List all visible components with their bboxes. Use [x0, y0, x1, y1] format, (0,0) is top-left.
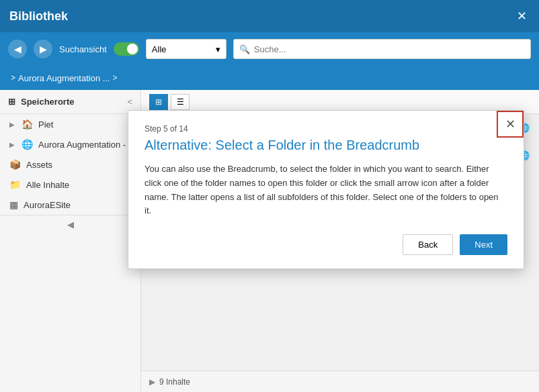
main-window: Bibliothek ✕ ◀ ▶ Suchansicht Alle ▾ 🔍 > … [0, 0, 539, 392]
tutorial-dialog: ✕ Step 5 of 14 Alternative: Select a Fol… [128, 110, 524, 269]
dropdown-value: Alle [152, 44, 167, 54]
body-area: ⊞ Speicherorte < ▶ 🏠 Piet ▶ 🌐 Aurora Aug… [0, 90, 539, 392]
dialog-overlay: ✕ Step 5 of 14 Alternative: Select a Fol… [0, 90, 539, 392]
dialog-step-label: Step 5 of 14 [144, 124, 507, 134]
breadcrumb-separator-1: > [11, 73, 15, 83]
dialog-body: You can also use the Breadcrumb, to sele… [144, 162, 507, 218]
search-view-toggle[interactable] [114, 42, 139, 56]
search-icon: 🔍 [239, 44, 250, 54]
chevron-down-icon: ▾ [216, 44, 220, 54]
dialog-close-button[interactable]: ✕ [497, 111, 524, 138]
filter-dropdown[interactable]: Alle ▾ [146, 39, 226, 59]
titlebar: Bibliothek ✕ [0, 0, 539, 32]
window-title: Bibliothek [9, 9, 68, 23]
breadcrumb-separator-2: > [113, 73, 118, 83]
back-button[interactable]: Back [403, 234, 453, 255]
search-input[interactable] [254, 44, 525, 54]
window-close-button[interactable]: ✕ [513, 8, 530, 24]
breadcrumb-bar: > Aurora Augmentation ... > [0, 66, 539, 90]
breadcrumb-item-aurora[interactable]: Aurora Augmentation ... [18, 73, 110, 83]
search-view-label: Suchansicht [59, 44, 107, 54]
dialog-footer: Back Next [144, 234, 507, 255]
search-box: 🔍 [233, 39, 531, 59]
dialog-title: Alternative: Select a Folder in the Brea… [144, 138, 507, 153]
next-button[interactable]: Next [460, 234, 507, 255]
toolbar: ◀ ▶ Suchansicht Alle ▾ 🔍 [0, 32, 539, 66]
back-button[interactable]: ◀ [8, 40, 27, 58]
forward-button[interactable]: ▶ [34, 40, 52, 58]
